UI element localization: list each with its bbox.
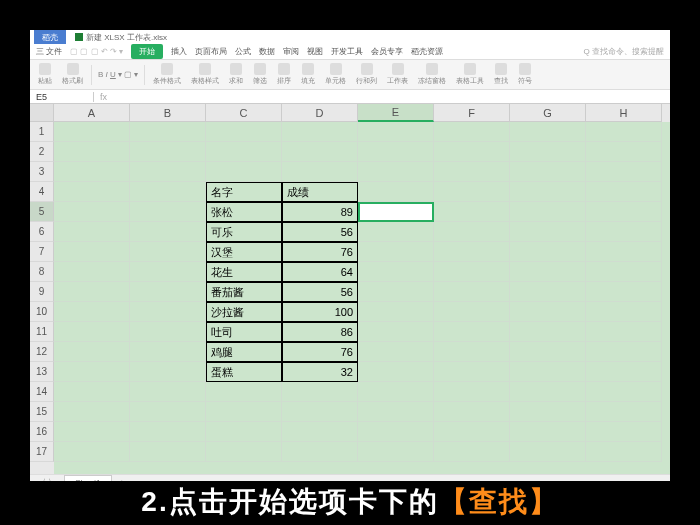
cell-C3[interactable] (206, 162, 282, 182)
cell-F15[interactable] (434, 402, 510, 422)
cell-B5[interactable] (130, 202, 206, 222)
filter-button[interactable]: 筛选 (251, 63, 269, 86)
fx-icon[interactable]: fx (94, 92, 113, 102)
col-header-E[interactable]: E (358, 104, 434, 122)
menu-insert[interactable]: 插入 (171, 46, 187, 57)
cell-F16[interactable] (434, 422, 510, 442)
cell-H1[interactable] (586, 122, 662, 142)
cell-A4[interactable] (54, 182, 130, 202)
col-header-D[interactable]: D (282, 104, 358, 122)
row-header-2[interactable]: 2 (30, 142, 54, 162)
cell-C15[interactable] (206, 402, 282, 422)
cell-H8[interactable] (586, 262, 662, 282)
qat-icons[interactable]: ▢ ▢ ▢ ↶ ↷ ▾ (70, 47, 123, 56)
col-header-C[interactable]: C (206, 104, 282, 122)
cell-G11[interactable] (510, 322, 586, 342)
cell-B8[interactable] (130, 262, 206, 282)
cell-A7[interactable] (54, 242, 130, 262)
tablefmt-button[interactable]: 表格工具 (454, 63, 486, 86)
spreadsheet-grid[interactable]: 1234567891011121314151617 ABCDEFGH 名字成绩张… (30, 104, 670, 474)
cell-F2[interactable] (434, 142, 510, 162)
cell-D14[interactable] (282, 382, 358, 402)
cell-D12[interactable]: 76 (282, 342, 358, 362)
sum-button[interactable]: 求和 (227, 63, 245, 86)
cell-H3[interactable] (586, 162, 662, 182)
cell-H14[interactable] (586, 382, 662, 402)
cell-C2[interactable] (206, 142, 282, 162)
cell-F4[interactable] (434, 182, 510, 202)
col-header-F[interactable]: F (434, 104, 510, 122)
cell-C5[interactable]: 张松 (206, 202, 282, 222)
cell-A14[interactable] (54, 382, 130, 402)
row-header-8[interactable]: 8 (30, 262, 54, 282)
cell-B2[interactable] (130, 142, 206, 162)
cell-A11[interactable] (54, 322, 130, 342)
command-search[interactable]: Q 查找命令、搜索提醒 (584, 46, 664, 57)
cell-C1[interactable] (206, 122, 282, 142)
cell-A9[interactable] (54, 282, 130, 302)
cell-E5[interactable] (358, 202, 434, 222)
cell-G2[interactable] (510, 142, 586, 162)
menu-start[interactable]: 开始 (131, 44, 163, 59)
cell-C14[interactable] (206, 382, 282, 402)
app-tab-doc[interactable]: 新建 XLSX 工作表.xlsx (67, 30, 175, 45)
cell-G4[interactable] (510, 182, 586, 202)
cell-A2[interactable] (54, 142, 130, 162)
cell-D3[interactable] (282, 162, 358, 182)
cell-H9[interactable] (586, 282, 662, 302)
row-header-10[interactable]: 10 (30, 302, 54, 322)
cell-E3[interactable] (358, 162, 434, 182)
cell-H7[interactable] (586, 242, 662, 262)
row-header-6[interactable]: 6 (30, 222, 54, 242)
cell-G17[interactable] (510, 442, 586, 462)
cell-F13[interactable] (434, 362, 510, 382)
freeze-button[interactable]: 冻结窗格 (416, 63, 448, 86)
paste-button[interactable]: 粘贴 (36, 63, 54, 86)
cell-G8[interactable] (510, 262, 586, 282)
row-header-16[interactable]: 16 (30, 422, 54, 442)
cell-G13[interactable] (510, 362, 586, 382)
cell-E4[interactable] (358, 182, 434, 202)
menu-page[interactable]: 页面布局 (195, 46, 227, 57)
cell-E1[interactable] (358, 122, 434, 142)
cell-A12[interactable] (54, 342, 130, 362)
cell-G9[interactable] (510, 282, 586, 302)
cell-D15[interactable] (282, 402, 358, 422)
cell-A15[interactable] (54, 402, 130, 422)
cell-F1[interactable] (434, 122, 510, 142)
col-header-G[interactable]: G (510, 104, 586, 122)
cell-C16[interactable] (206, 422, 282, 442)
menu-member[interactable]: 会员专享 (371, 46, 403, 57)
cell-C12[interactable]: 鸡腿 (206, 342, 282, 362)
cell-A17[interactable] (54, 442, 130, 462)
select-all-corner[interactable] (30, 104, 54, 122)
menu-formula[interactable]: 公式 (235, 46, 251, 57)
cell-B3[interactable] (130, 162, 206, 182)
cell-E17[interactable] (358, 442, 434, 462)
cell-D1[interactable] (282, 122, 358, 142)
cell-C8[interactable]: 花生 (206, 262, 282, 282)
cell-A1[interactable] (54, 122, 130, 142)
cell-G1[interactable] (510, 122, 586, 142)
cell-D6[interactable]: 56 (282, 222, 358, 242)
cell-H16[interactable] (586, 422, 662, 442)
cell-C6[interactable]: 可乐 (206, 222, 282, 242)
cell-G14[interactable] (510, 382, 586, 402)
worksheet-button[interactable]: 工作表 (385, 63, 410, 86)
cell-F3[interactable] (434, 162, 510, 182)
menu-file[interactable]: 三 文件 (36, 46, 62, 57)
cell-A8[interactable] (54, 262, 130, 282)
cell-A3[interactable] (54, 162, 130, 182)
cell-A16[interactable] (54, 422, 130, 442)
cell-C10[interactable]: 沙拉酱 (206, 302, 282, 322)
cell-E15[interactable] (358, 402, 434, 422)
col-header-B[interactable]: B (130, 104, 206, 122)
cell-H6[interactable] (586, 222, 662, 242)
cell-H17[interactable] (586, 442, 662, 462)
cell-F14[interactable] (434, 382, 510, 402)
cell-E12[interactable] (358, 342, 434, 362)
fill-button[interactable]: 填充 (299, 63, 317, 86)
app-tab-home[interactable]: 稻壳 (34, 30, 66, 45)
cell-C13[interactable]: 蛋糕 (206, 362, 282, 382)
cell-D11[interactable]: 86 (282, 322, 358, 342)
